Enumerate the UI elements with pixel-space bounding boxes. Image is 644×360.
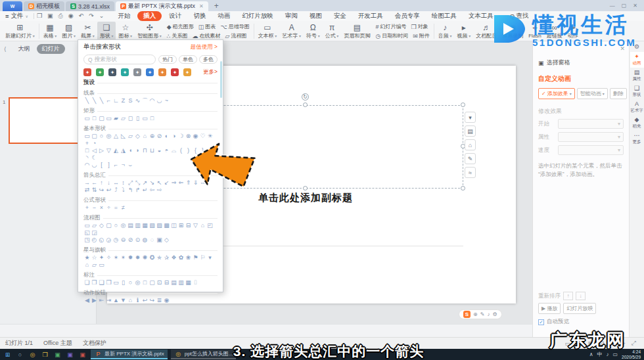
shape-cell[interactable]: ▰ bbox=[112, 115, 120, 122]
document-tab[interactable]: S3.28 41.xlsx bbox=[66, 1, 114, 11]
shape-cell[interactable]: ○ bbox=[98, 133, 105, 140]
shape-cell[interactable]: ◠ bbox=[149, 97, 156, 104]
shape-cell[interactable]: ◺ bbox=[120, 133, 127, 140]
shape-cell[interactable]: ▭ bbox=[83, 115, 91, 122]
shape-cell[interactable]: ◵ bbox=[98, 236, 105, 244]
ribbon-button[interactable]: ▭文本框 ▾ bbox=[256, 22, 280, 41]
shape-cell[interactable]: ] bbox=[105, 162, 112, 169]
tab-outline[interactable]: 大纲 bbox=[18, 45, 30, 53]
shape-cell[interactable]: ↪ bbox=[149, 297, 156, 304]
field-select[interactable]: ▾ bbox=[558, 145, 624, 155]
shape-cell[interactable]: ⌂ bbox=[83, 261, 91, 269]
shape-cell[interactable]: ▷ bbox=[98, 147, 105, 154]
resize-handle[interactable] bbox=[461, 186, 465, 191]
shape-cell[interactable]: ↱ bbox=[134, 187, 141, 194]
shape-cell[interactable]: ◍ bbox=[141, 236, 149, 244]
ribbon-button[interactable]: ⊞新建幻灯片 ▾ bbox=[3, 22, 37, 41]
shape-cell[interactable]: ↖ bbox=[156, 179, 163, 187]
shape-cell[interactable]: ❖ bbox=[170, 254, 177, 261]
shape-cell[interactable]: ⌣ bbox=[127, 162, 134, 169]
shape-cell[interactable]: ⇨ bbox=[156, 187, 163, 194]
ribbon-tab[interactable]: 绘图工具 bbox=[426, 12, 463, 20]
shape-cell[interactable]: ◻ bbox=[127, 115, 134, 122]
shape-cell[interactable]: [ bbox=[98, 162, 105, 169]
taskbar-task[interactable]: P最新 PPTX 演示文稿.pptx bbox=[91, 349, 168, 359]
sticker-shape-icon[interactable]: ✦ bbox=[108, 68, 116, 76]
shape-cell[interactable]: ▶ bbox=[91, 297, 98, 304]
shape-cell[interactable]: ✯ bbox=[156, 254, 163, 261]
shape-cell[interactable]: ↰ bbox=[127, 187, 134, 194]
taskbar-search-icon[interactable]: ○ bbox=[16, 350, 24, 359]
taskbar-start-icon[interactable]: ⊞ bbox=[3, 350, 12, 359]
shape-cell[interactable]: ▢ bbox=[149, 279, 156, 286]
shape-cell[interactable]: ✺ bbox=[141, 254, 149, 261]
rail-tab[interactable]: ⋯更多 bbox=[630, 131, 644, 146]
shape-cell[interactable]: ↑ bbox=[98, 179, 105, 187]
shape-cell[interactable]: + bbox=[83, 140, 91, 147]
ribbon-tab[interactable]: 开始 bbox=[112, 12, 136, 20]
shape-cell[interactable]: ← bbox=[91, 179, 98, 187]
ribbon-button[interactable]: A艺术字 ▾ bbox=[279, 22, 304, 41]
shape-cell[interactable]: ◎ bbox=[120, 222, 127, 229]
shape-cell[interactable]: ▯ bbox=[134, 115, 141, 122]
shape-cell[interactable]: ◲ bbox=[91, 229, 98, 236]
shape-cell[interactable]: ◇ bbox=[98, 222, 105, 229]
ribbon-button[interactable]: ◷日期和时间 bbox=[375, 32, 408, 39]
ribbon-tab[interactable]: 幻灯片放映 bbox=[236, 12, 279, 20]
shape-cell[interactable]: ⊕ bbox=[149, 133, 156, 140]
shape-cell[interactable]: ⊘ bbox=[156, 133, 163, 140]
shape-cell[interactable]: □ bbox=[149, 115, 156, 122]
play-button[interactable]: ▶ 播放 bbox=[538, 303, 561, 314]
shape-cell[interactable]: ⊡ bbox=[156, 279, 163, 286]
shape-cell[interactable]: ◷ bbox=[112, 236, 120, 244]
shape-cell[interactable]: ◴ bbox=[91, 236, 98, 244]
preview-icon[interactable]: ◉ bbox=[66, 12, 76, 20]
shape-cell[interactable]: □ bbox=[83, 147, 91, 154]
shape-cell[interactable]: ◠ bbox=[83, 162, 91, 169]
ribbon-button[interactable]: ❒对象 bbox=[411, 23, 428, 30]
fit-slide-icon[interactable]: ⤢ bbox=[632, 340, 636, 347]
shape-cell[interactable]: ◓ bbox=[163, 147, 170, 154]
save-icon[interactable]: ▣ bbox=[45, 12, 56, 20]
shape-cell[interactable]: □ bbox=[91, 115, 98, 122]
shape-cell[interactable]: ℹ bbox=[134, 297, 141, 304]
shape-cell[interactable]: ↕ bbox=[120, 179, 127, 187]
ribbon-button[interactable]: ✂截屏 ▾ bbox=[78, 22, 97, 41]
shape-cell[interactable]: ☽ bbox=[177, 133, 185, 140]
sticker-shape-icon[interactable]: ✦ bbox=[133, 68, 141, 76]
shape-cell[interactable]: ▽ bbox=[105, 147, 112, 154]
shape-cell[interactable]: ☆ bbox=[91, 254, 98, 261]
ribbon-button[interactable]: ▦表格 ▾ bbox=[41, 22, 60, 41]
slideshow-button[interactable]: 幻灯片放映 bbox=[563, 303, 596, 314]
shape-cell[interactable]: ◫ bbox=[170, 222, 177, 229]
shape-cell[interactable]: ◱ bbox=[83, 229, 91, 236]
shape-cell[interactable]: ◒ bbox=[156, 147, 163, 154]
shape-cell[interactable]: ↘ bbox=[149, 179, 156, 187]
shape-cell[interactable]: ╲ bbox=[91, 97, 98, 104]
shape-cell[interactable]: ◡ bbox=[156, 97, 163, 104]
filter-button[interactable]: 单色 bbox=[179, 55, 197, 64]
shape-cell[interactable]: ⊘ bbox=[127, 236, 134, 244]
shape-cell[interactable]: ⤢ bbox=[127, 179, 134, 187]
shape-cell[interactable]: ¬ bbox=[120, 162, 127, 169]
shape-cell[interactable]: ◉ bbox=[163, 297, 170, 304]
shape-cell[interactable]: ✴ bbox=[120, 254, 127, 261]
shape-cell[interactable]: ◭ bbox=[112, 147, 120, 154]
edit-icon[interactable]: ✎ bbox=[480, 311, 485, 317]
shape-cell[interactable]: ↔ bbox=[112, 179, 120, 187]
shape-cell[interactable]: ▢ bbox=[91, 133, 98, 140]
ribbon-button[interactable]: ◫图表 bbox=[198, 23, 216, 30]
shape-cell[interactable]: ▭ bbox=[112, 279, 120, 286]
settings-icon[interactable]: ⚙ bbox=[492, 311, 497, 317]
print-icon[interactable]: ⎙ bbox=[56, 12, 66, 20]
rail-tab[interactable]: A艺术字 bbox=[630, 99, 644, 115]
document-tab[interactable]: D稻壳模板 bbox=[24, 1, 64, 11]
shape-cell[interactable]: − bbox=[91, 204, 98, 212]
shape-cell[interactable]: ▾ bbox=[206, 254, 214, 261]
shape-cell[interactable]: ❏ bbox=[83, 279, 91, 286]
minimize-button[interactable]: — bbox=[610, 3, 615, 9]
collapse-panel-icon[interactable]: ⟨ bbox=[4, 46, 7, 53]
sticker-shape-icon[interactable]: ✦ bbox=[171, 68, 179, 76]
shape-cell[interactable]: ⇒ bbox=[170, 179, 177, 187]
ribbon-tab[interactable]: 设计 bbox=[163, 12, 187, 20]
